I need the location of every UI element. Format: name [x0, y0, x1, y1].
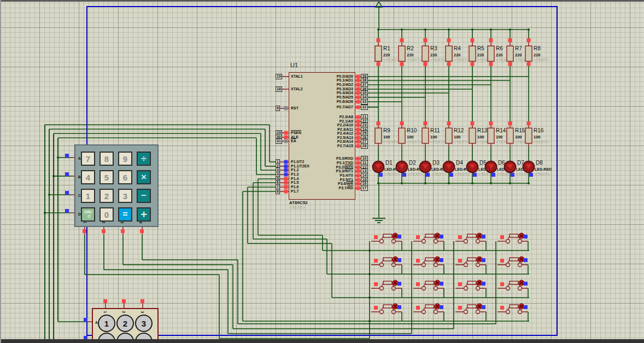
calc-row-label: A [78, 156, 81, 160]
pin-state-red-square [140, 299, 144, 303]
pin-state-blue-square [284, 168, 288, 172]
button-actuator-icon[interactable] [435, 304, 440, 309]
wire-junction-dot [509, 182, 511, 184]
led-d5[interactable] [467, 161, 478, 173]
resistor-r14[interactable] [488, 124, 494, 147]
phone-key-2[interactable]: 2 [116, 315, 134, 332]
calc-key-on-c[interactable]: ON/ C [81, 207, 95, 222]
pin-state-red-square [140, 229, 144, 233]
calc-key-9[interactable]: 9 [118, 152, 132, 166]
resistor-ref-label: R10 [407, 127, 417, 133]
led-d1[interactable] [373, 161, 384, 173]
pin-state-red-square [356, 178, 360, 182]
phone-keypad[interactable]: 123456AB123 [92, 308, 159, 343]
calc-col-label: 2 [102, 222, 106, 224]
led-d7[interactable] [505, 161, 516, 173]
button-actuator-icon[interactable] [435, 280, 440, 286]
button-actuator-icon[interactable] [393, 233, 398, 239]
resistor-text-placeholder: <TEXT> [534, 57, 549, 62]
calc-key-÷[interactable]: ÷ [137, 152, 151, 166]
resistor-r6[interactable] [488, 42, 494, 65]
resistor-r7[interactable] [507, 42, 513, 65]
button-actuator-icon[interactable] [393, 257, 398, 262]
resistor-value-label: 100 [515, 135, 522, 139]
button-actuator-icon[interactable] [519, 304, 524, 309]
resistor-r3[interactable] [422, 42, 429, 65]
pin-state-red-square [356, 174, 360, 178]
pin-state-red-square [356, 140, 360, 144]
resistor-r11[interactable] [422, 124, 429, 147]
pin-state-red-square [284, 136, 288, 139]
led-ref-label: D1 [385, 160, 393, 166]
button-actuator-icon[interactable] [435, 257, 440, 262]
phone-key-3[interactable]: 3 [135, 315, 153, 332]
pin-state-red-square [400, 38, 404, 42]
resistor-r8[interactable] [525, 42, 532, 65]
pin-state-blue-square [473, 173, 477, 177]
calc-key-7[interactable]: 7 [81, 152, 95, 166]
resistor-r5[interactable] [469, 42, 476, 65]
calc-key-6[interactable]: 6 [118, 170, 132, 184]
button-actuator-icon[interactable] [477, 304, 482, 309]
wire-junction-dot [401, 28, 403, 31]
schematic-canvas[interactable]: R1220<TEXT>R9100<TEXT>R2220<TEXT>R10100<… [0, 0, 644, 343]
phone-key-1[interactable]: 1 [98, 315, 115, 332]
wire-junction-dot [368, 249, 371, 252]
calc-key-2[interactable]: 2 [99, 189, 114, 203]
resistor-r16[interactable] [525, 124, 532, 147]
resistor-r9[interactable] [375, 124, 382, 147]
calc-key-0[interactable]: 0 [99, 207, 114, 222]
resistor-r1[interactable] [375, 42, 382, 65]
pin-state-red-square [374, 235, 378, 239]
pin-state-red-square [489, 62, 493, 66]
pin-state-red-square [400, 62, 404, 66]
led-text-placeholder: <TEXT> [535, 172, 551, 177]
resistor-value-label: 220 [407, 53, 414, 57]
pin-state-red-square [122, 299, 126, 303]
led-d4[interactable] [443, 161, 455, 173]
resistor-value-label: 100 [383, 135, 390, 139]
button-actuator-icon[interactable] [477, 257, 482, 262]
led-d8[interactable] [523, 161, 535, 173]
calc-key-5[interactable]: 5 [99, 170, 114, 184]
pin-state-red-square [374, 306, 378, 310]
resistor-ref-label: R9 [383, 127, 390, 133]
calculator-keypad[interactable]: 789÷456×123−ON/ C0=+ABCD1234 [74, 144, 159, 227]
resistor-r12[interactable] [446, 124, 452, 147]
pin-state-red-square [447, 121, 451, 125]
button-actuator-icon[interactable] [477, 233, 482, 239]
resistor-r4[interactable] [446, 42, 452, 65]
button-actuator-icon[interactable] [477, 280, 482, 286]
pin-state-red-square [356, 115, 360, 119]
button-actuator-icon[interactable] [435, 233, 440, 239]
calc-key-−[interactable]: − [137, 189, 151, 203]
pin-state-red-square [356, 120, 360, 124]
calc-key-+[interactable]: + [137, 207, 151, 222]
led-d2[interactable] [396, 161, 408, 173]
resistor-ref-label: R11 [430, 127, 440, 133]
calc-key-×[interactable]: × [137, 170, 151, 184]
resistor-r2[interactable] [399, 42, 405, 65]
button-actuator-icon[interactable] [519, 257, 524, 262]
led-d3[interactable] [420, 161, 431, 173]
calc-key-=[interactable]: = [118, 207, 132, 222]
led-d6[interactable] [485, 161, 497, 173]
pin-state-blue-square [524, 258, 528, 262]
pin-state-blue-square [397, 235, 401, 239]
resistor-r15[interactable] [507, 124, 513, 147]
calc-key-3[interactable]: 3 [118, 189, 132, 203]
button-actuator-icon[interactable] [393, 280, 398, 286]
mcu-pin-number: 19 [276, 74, 282, 79]
pin-state-blue-square [440, 235, 443, 239]
button-actuator-icon[interactable] [519, 280, 524, 286]
resistor-r10[interactable] [399, 124, 405, 147]
pin-state-red-square [356, 91, 360, 95]
resistor-text-placeholder: <TEXT> [430, 57, 446, 62]
calc-key-1[interactable]: 1 [81, 189, 95, 203]
calc-key-8[interactable]: 8 [99, 152, 114, 166]
button-actuator-icon[interactable] [519, 233, 524, 239]
button-actuator-icon[interactable] [393, 304, 398, 309]
resistor-r13[interactable] [469, 124, 476, 147]
wire-junction-dot [368, 297, 371, 299]
calc-key-4[interactable]: 4 [81, 170, 95, 184]
